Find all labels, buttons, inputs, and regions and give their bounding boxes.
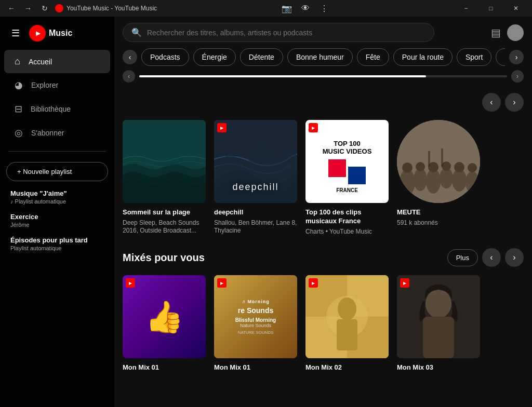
playlist-name-exercice: Exercice [10,213,104,221]
card-like-mix[interactable]: 👍 Mon Mix 01 [123,275,206,374]
section-next-button[interactable]: › [505,93,524,112]
forward-button[interactable]: → [21,1,35,16]
library-icon: ⊟ [15,103,22,115]
filter-chip-bonne-humeur[interactable]: Bonne humeur [287,48,353,66]
card-girl-mix[interactable]: Mon Mix 02 [305,275,389,374]
card-thumb-meute [397,120,480,203]
card-deepchill[interactable]: deepchill ▶ deepchill Shallou, Ben Böhme… [214,120,297,236]
card-title-sommeil: Sommeil sur la plage [123,208,206,217]
new-playlist-button[interactable]: + Nouvelle playlist [6,162,108,181]
sidebar-item-explorer[interactable]: ◕ Explorer [4,73,110,97]
sidebar-divider [8,151,106,152]
maximize-button[interactable]: □ [479,0,503,17]
topbar: 🔍 ▤ [114,17,532,48]
svg-rect-22 [337,319,357,350]
mixes-section-header: Mixés pour vous Plus ‹ › [123,248,524,267]
svg-rect-25 [423,317,454,358]
settings-icon[interactable]: ⋮ [317,1,331,16]
camera-icon[interactable]: 📷 [280,1,294,16]
search-input[interactable] [147,29,425,37]
svg-rect-16 [441,148,443,167]
playlist-section: Musique "J'aime" ♪ Playlist automatique … [0,185,114,264]
titlebar: ← → ↻ YouTube Music - YouTube Music 📷 👁 … [0,0,532,17]
filter-chip-pour-la-route[interactable]: Pour la route [393,48,453,66]
playlist-item-episodes[interactable]: Épisodes pour plus tard Playlist automat… [10,236,104,251]
svg-point-14 [468,163,477,172]
featured-cards-row: ▶ Sommeil sur la plage Deep Sleep, Beach… [123,120,524,236]
mixes-section-title: Mixés pour vous [123,252,205,264]
sidebar-item-accueil-label: Accueil [29,58,52,66]
new-playlist-label: + Nouvelle playlist [17,168,72,175]
card-thumb-like-mix: 👍 [123,275,206,358]
yt-badge-deepchill [217,123,227,132]
card-title-top100: Top 100 des clips musicaux France [305,208,389,226]
avatar[interactable] [507,24,524,41]
card-title-deepchill: deepchill [214,208,297,217]
card-thumb-sommeil: ▶ [123,120,206,203]
filter-next-button[interactable]: › [509,50,524,64]
eye-icon[interactable]: 👁 [298,1,313,16]
back-button[interactable]: ← [4,1,19,16]
yt-badge-amy-mix [400,278,409,288]
featured-section-header: ‹ › [123,93,524,112]
app-container: ☰ Music ⌂ Accueil ◕ Explorer ⊟ Bibliothè… [0,17,532,407]
svg-point-3 [400,169,415,195]
filter-chip-energie[interactable]: Énergie [193,48,236,66]
refresh-button[interactable]: ↻ [37,1,52,16]
card-title-girl-mix: Mon Mix 02 [305,363,389,372]
filter-chip-sport[interactable]: Sport [457,48,491,66]
card-morning-mix[interactable]: ♬ Morning re Sounds Blissful Morning Nat… [214,275,297,374]
thumbs-up-icon: 👍 [145,299,184,335]
card-sub-deepchill: Shallou, Ben Böhmer, Lane 8, Thylacine [214,219,297,235]
svg-point-9 [402,162,413,173]
minimize-button[interactable]: − [454,0,478,17]
titlebar-extras: 📷 👁 ⋮ [280,1,331,16]
filter-chip-romance[interactable]: Romance [496,48,505,66]
filter-chip-detente[interactable]: Détente [240,48,283,66]
card-top100[interactable]: ▶ TOP 100MUSIC VIDEOS FRANCE Top 100 des… [305,120,389,236]
mixes-next-button[interactable]: › [505,248,524,267]
explore-icon: ◕ [15,79,23,91]
top100-country: FRANCE [336,187,358,193]
cast-icon[interactable]: ▤ [491,26,501,39]
filter-prev-button[interactable]: ‹ [123,50,137,64]
mixes-prev-button[interactable]: ‹ [482,248,501,267]
playlist-item-jaime[interactable]: Musique "J'aime" ♪ Playlist automatique [10,189,104,205]
card-amy-mix[interactable]: Mon Mix 03 [397,275,480,374]
card-sommeil[interactable]: ▶ Sommeil sur la plage Deep Sleep, Beach… [123,120,206,236]
card-thumb-amy-mix [397,275,480,358]
progress-next-button[interactable]: › [511,70,524,83]
top100-squares [328,159,366,184]
hamburger-menu[interactable]: ☰ [8,26,23,40]
card-meute[interactable]: MEUTE 591 k abonnés [397,120,480,236]
titlebar-left: ← → ↻ YouTube Music - YouTube Music [4,1,157,16]
search-box[interactable]: 🔍 [123,23,434,42]
close-button[interactable]: ✕ [504,0,528,17]
sidebar-header: ☰ Music [0,21,114,46]
card-title-meute: MEUTE [397,208,480,217]
titlebar-nav: ← → ↻ [4,1,52,16]
sidebar-item-sabonner[interactable]: ◎ S'abonner [4,121,110,145]
playlist-item-exercice[interactable]: Exercice Jérôme [10,213,104,228]
filter-chip-podcasts[interactable]: Podcasts [141,48,189,66]
logo-icon [29,25,46,42]
sidebar-item-accueil[interactable]: ⌂ Accueil [4,50,110,73]
morning-content: ♬ Morning re Sounds Blissful Morning Nat… [229,293,282,341]
mixes-controls: Plus ‹ › [447,248,524,267]
sidebar-item-bibliotheque[interactable]: ⊟ Bibliothèque [4,97,110,121]
mixes-cards-row: 👍 Mon Mix 01 ♬ Morning re Sounds Blissfu… [123,275,524,374]
filter-chip-fete[interactable]: Fête [357,48,389,66]
card-title-morning-mix: Mon Mix 01 [214,363,297,372]
mixes-section: Mixés pour vous Plus ‹ › 👍 Mon Mix 01 [114,244,532,383]
svg-point-10 [416,162,425,171]
sq-red [328,159,346,177]
subscribe-icon: ◎ [15,127,23,139]
app-logo[interactable]: Music [29,25,72,42]
plus-button[interactable]: Plus [447,249,478,266]
section-prev-button[interactable]: ‹ [482,93,501,112]
playlist-name-jaime: Musique "J'aime" [10,189,104,197]
section-controls: ‹ › [482,93,524,112]
main-content: 🔍 ▤ ‹ Podcasts Énergie Détente Bonne hum… [114,17,532,407]
yt-badge-girl-mix [309,278,318,288]
progress-prev-button[interactable]: ‹ [123,70,135,83]
